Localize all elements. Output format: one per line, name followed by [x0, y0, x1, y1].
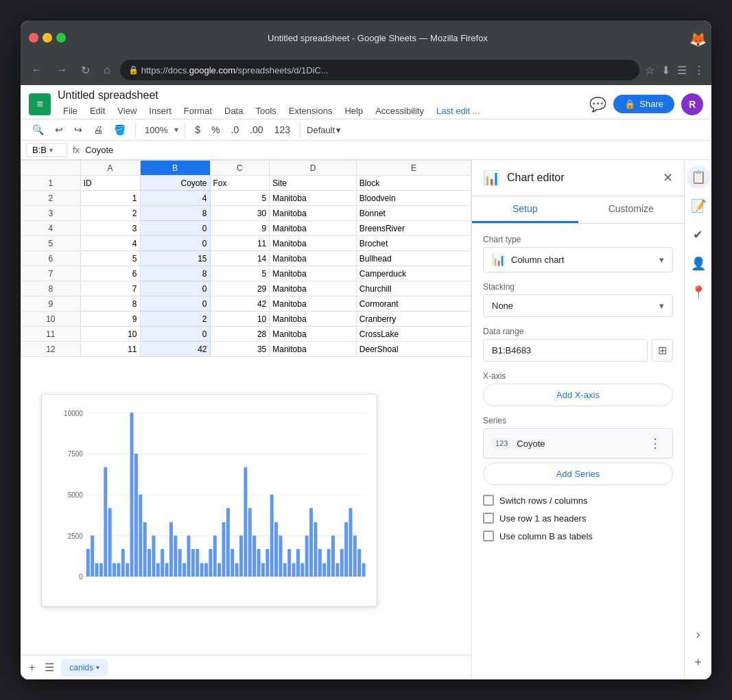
- cell[interactable]: Manitoba: [270, 236, 357, 251]
- cell[interactable]: Manitoba: [270, 266, 357, 281]
- sheet-list-button[interactable]: ☰: [42, 658, 57, 677]
- embedded-chart[interactable]: 10000 7500 5000 2500 0: [41, 394, 377, 607]
- cell[interactable]: 29: [210, 281, 270, 296]
- cell[interactable]: 5: [210, 191, 270, 206]
- currency-button[interactable]: $: [191, 122, 204, 137]
- percent-button[interactable]: %: [208, 122, 223, 137]
- chart-editor-close-button[interactable]: ✕: [663, 170, 673, 185]
- document-title[interactable]: Untitled spreadsheet: [58, 89, 486, 102]
- sidebar-contacts-button[interactable]: 👤: [687, 252, 710, 275]
- sheet-tab-canids[interactable]: canids ▾: [61, 659, 108, 677]
- cell[interactable]: 14: [210, 251, 270, 266]
- cell[interactable]: 9: [80, 312, 140, 327]
- sidebar-add-button[interactable]: +: [690, 651, 706, 674]
- menu-file[interactable]: File: [58, 103, 83, 119]
- format-number[interactable]: 123: [271, 122, 294, 137]
- menu-extensions[interactable]: Extensions: [283, 103, 338, 119]
- sidebar-toggle[interactable]: ☰: [677, 64, 687, 77]
- cell[interactable]: Manitoba: [270, 251, 357, 266]
- cell[interactable]: Manitoba: [270, 296, 357, 312]
- cell[interactable]: Bonnet: [356, 206, 471, 221]
- cell[interactable]: 0: [140, 327, 210, 342]
- sidebar-sheets-button[interactable]: 📋: [687, 165, 710, 189]
- last-edit[interactable]: Last edit ...: [431, 103, 486, 119]
- cell[interactable]: 0: [140, 296, 210, 312]
- cell[interactable]: 10: [80, 327, 140, 342]
- cell[interactable]: Camperduck: [356, 266, 471, 281]
- share-button[interactable]: 🔒 Share: [613, 95, 674, 113]
- cell[interactable]: 9: [210, 221, 270, 236]
- tab-setup[interactable]: Setup: [472, 196, 578, 223]
- menu-edit[interactable]: Edit: [84, 103, 110, 119]
- menu-button[interactable]: ⋮: [694, 64, 705, 77]
- add-x-axis-button[interactable]: Add X-axis: [483, 384, 673, 406]
- data-range-grid-button[interactable]: ⊞: [652, 339, 673, 362]
- cell[interactable]: 11: [80, 342, 140, 357]
- cell[interactable]: 10: [210, 312, 270, 327]
- formula-input[interactable]: [85, 145, 706, 155]
- reload-button[interactable]: ↻: [77, 61, 94, 80]
- sidebar-notes-button[interactable]: 📝: [687, 194, 710, 218]
- cell[interactable]: 11: [210, 236, 270, 251]
- home-button[interactable]: ⌂: [99, 61, 115, 79]
- cell[interactable]: Cormorant: [356, 296, 471, 312]
- increase-decimal[interactable]: .00: [246, 122, 266, 137]
- minimize-button[interactable]: [43, 33, 52, 43]
- cell[interactable]: 0: [140, 221, 210, 236]
- tab-customize[interactable]: Customize: [578, 196, 685, 223]
- stacking-dropdown[interactable]: None ▾: [483, 294, 673, 317]
- cell-reference[interactable]: B:B ▾: [26, 143, 67, 157]
- cell[interactable]: 8: [140, 266, 210, 281]
- cell[interactable]: 5: [80, 251, 140, 266]
- sidebar-expand-button[interactable]: ›: [692, 623, 705, 646]
- cell[interactable]: 15: [140, 251, 210, 266]
- search-button[interactable]: 🔍: [29, 122, 47, 137]
- undo-button[interactable]: ↩: [51, 122, 67, 137]
- cell[interactable]: BreensRiver: [356, 221, 471, 236]
- redo-button[interactable]: ↪: [71, 122, 86, 137]
- chart-type-dropdown[interactable]: 📊 Column chart ▾: [483, 247, 673, 272]
- cell[interactable]: Brochet: [356, 236, 471, 251]
- cell[interactable]: 4: [140, 191, 210, 206]
- use-row-1-headers-checkbox[interactable]: [483, 513, 494, 524]
- switch-rows-columns-checkbox[interactable]: [483, 495, 494, 506]
- cell[interactable]: 1: [80, 191, 140, 206]
- maximize-button[interactable]: [56, 33, 66, 43]
- menu-tools[interactable]: Tools: [250, 103, 281, 119]
- cell[interactable]: Manitoba: [270, 206, 357, 221]
- cell[interactable]: Manitoba: [270, 342, 357, 357]
- menu-help[interactable]: Help: [339, 103, 368, 119]
- cell[interactable]: DeerShoal: [356, 342, 471, 357]
- cell[interactable]: Site: [270, 176, 357, 191]
- cell[interactable]: 3: [80, 221, 140, 236]
- decrease-decimal[interactable]: .0: [228, 122, 243, 137]
- font-selector[interactable]: Default ▾: [307, 125, 341, 135]
- cell[interactable]: Coyote: [140, 176, 210, 191]
- col-header-c[interactable]: C: [210, 161, 270, 176]
- cell[interactable]: Block: [356, 176, 471, 191]
- forward-button[interactable]: →: [52, 61, 71, 79]
- cell[interactable]: Bullhead: [356, 251, 471, 266]
- use-col-b-labels-checkbox[interactable]: [483, 530, 494, 541]
- paint-format-button[interactable]: 🪣: [110, 122, 129, 137]
- cell[interactable]: ID: [80, 176, 140, 191]
- close-button[interactable]: [29, 33, 38, 43]
- menu-accessibility[interactable]: Accessibility: [370, 103, 429, 119]
- cell[interactable]: 2: [140, 312, 210, 327]
- menu-data[interactable]: Data: [219, 103, 248, 119]
- cell[interactable]: 8: [140, 206, 210, 221]
- bookmark-button[interactable]: ☆: [645, 64, 654, 77]
- menu-insert[interactable]: Insert: [143, 103, 177, 119]
- cell[interactable]: 8: [80, 296, 140, 312]
- print-button[interactable]: 🖨: [90, 122, 106, 137]
- menu-view[interactable]: View: [112, 103, 142, 119]
- zoom-control[interactable]: 100%: [142, 124, 170, 137]
- sidebar-tasks-button[interactable]: ✔: [689, 223, 707, 246]
- col-header-a[interactable]: A: [80, 161, 140, 176]
- cell[interactable]: Fox: [210, 176, 270, 191]
- url-bar[interactable]: 🔒 https://docs. google.com /spreadsheets…: [120, 60, 639, 80]
- use-col-b-labels[interactable]: Use column B as labels: [483, 530, 673, 541]
- cell[interactable]: Bloodvein: [356, 191, 471, 206]
- download-button[interactable]: ⬇: [661, 64, 670, 77]
- cell[interactable]: Manitoba: [270, 281, 357, 296]
